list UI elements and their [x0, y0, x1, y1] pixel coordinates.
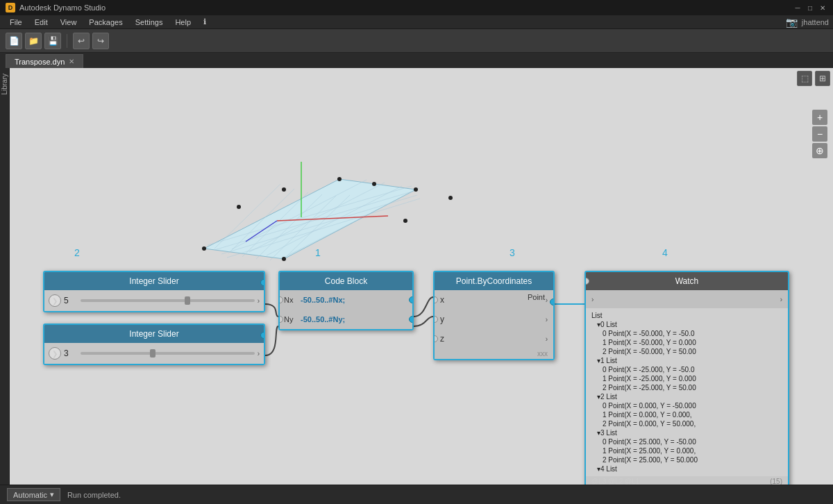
slider2-value: 3 [64, 348, 78, 358]
watch-line-8: 2 Point(X = -25.000, Y = 50.00 [591, 383, 782, 392]
node-label-4: 4 [662, 247, 668, 258]
watch-line-6: 0 Point(X = -25.000, Y = -50.0 [591, 365, 782, 374]
watch-header: Watch [586, 272, 788, 290]
slider2-down-icon[interactable]: ❯ [49, 347, 61, 360]
node-codeblock[interactable]: Code Block Nx -50..50..#Nx; Ny -50..50..… [278, 271, 414, 330]
ny-value: -50..50..#Ny; [301, 315, 345, 324]
point-row-z: z › [435, 329, 553, 348]
ny-input-port [278, 316, 283, 323]
watch-line-17: ▾4 List [591, 464, 782, 473]
run-mode-label: Automatic [13, 491, 47, 499]
app-logo: D [6, 3, 15, 12]
slider2-track[interactable] [81, 352, 255, 355]
menu-bar: File Edit View Packages Settings Help ℹ … [0, 15, 833, 29]
watch-line-15: 1 Point(X = 25.000, Y = 0.000, [591, 446, 782, 455]
point-y-label: y [440, 314, 546, 324]
save-button[interactable]: 💾 [44, 33, 61, 49]
point-x-input-port [433, 296, 438, 303]
watch-count: (15) [770, 478, 782, 485]
tab-label: Transpose.dyn [15, 58, 65, 66]
watch-line-4: 2 Point(X = -50.000, Y = 50.00 [591, 347, 782, 356]
zoom-in-button[interactable]: + [812, 110, 827, 125]
point-output-label: Point [528, 293, 545, 301]
point-y-arrow: › [546, 316, 548, 324]
point-xxx-label: xxx [435, 348, 553, 359]
window-controls[interactable]: ─ □ ✕ [793, 3, 827, 12]
menu-edit[interactable]: Edit [29, 17, 53, 28]
slider1-header: Integer Slider [44, 272, 264, 290]
node-integer-slider-1[interactable]: Integer Slider ❯ 5 › [43, 271, 265, 312]
ny-label: Ny [284, 315, 298, 324]
canvas-grid-toggle[interactable]: ⊞ [815, 71, 830, 86]
node-label-1: 1 [315, 247, 321, 258]
menu-settings[interactable]: Settings [130, 17, 169, 28]
slider1-arrow[interactable]: › [258, 297, 260, 305]
slider1-output-port [260, 279, 265, 286]
watch-line-16: 2 Point(X = 25.000, Y = 50.000 [591, 455, 782, 464]
watch-line-3: 1 Point(X = -50.000, Y = 0.000 [591, 338, 782, 347]
toolbar-separator [67, 34, 67, 48]
slider2-header: Integer Slider [44, 325, 264, 343]
node-integer-slider-2[interactable]: Integer Slider ❯ 3 › [43, 324, 265, 365]
watch-input-arrow: › [591, 296, 594, 303]
point-x-arrow: › [546, 296, 548, 304]
slider1-down-icon[interactable]: ❯ [49, 294, 61, 307]
watch-line-2: 0 Point(X = -50.000, Y = -50.0 [591, 329, 782, 338]
sidebar-library-label[interactable]: Library [0, 71, 10, 98]
point-header: Point.ByCoordinates [435, 272, 553, 290]
run-mode-selector[interactable]: Automatic ▾ [7, 488, 60, 501]
open-button[interactable]: 📁 [25, 33, 42, 49]
status-text: Run completed. [67, 491, 121, 499]
close-button[interactable]: ✕ [818, 3, 827, 12]
nx-input-port [278, 296, 283, 303]
nx-label: Nx [284, 296, 298, 304]
slider1-track[interactable] [81, 299, 255, 302]
tab-close-icon[interactable]: ✕ [69, 58, 74, 65]
undo-button[interactable]: ↩ [73, 33, 90, 49]
point-y-input-port [433, 316, 438, 323]
canvas-bg-toggle[interactable]: ⬚ [797, 71, 812, 86]
minimize-button[interactable]: ─ [793, 3, 802, 12]
watch-output-arrow: › [780, 296, 782, 303]
redo-button[interactable]: ↪ [92, 33, 109, 49]
main-area: Library [0, 68, 833, 485]
watch-footer: @L3 @L2 @L1 (15) [586, 476, 788, 485]
slider2-row[interactable]: ❯ 3 › [44, 343, 264, 364]
point-z-label: z [440, 334, 546, 344]
nx-output-port [409, 296, 414, 303]
canvas[interactable]: 2 1 3 4 Integer Slider ❯ 5 › Integer Sli… [10, 68, 833, 485]
zoom-out-button[interactable]: − [812, 126, 827, 142]
slider1-value: 5 [64, 296, 78, 305]
slider2-arrow[interactable]: › [258, 350, 260, 358]
menu-info[interactable]: ℹ [198, 16, 212, 28]
user-name: jhattend [802, 18, 829, 26]
slider1-thumb[interactable] [185, 296, 190, 305]
watch-footer-text: @L3 @L2 @L1 [591, 478, 639, 485]
menu-file[interactable]: File [4, 17, 28, 28]
node-label-2: 2 [74, 247, 80, 258]
menu-help[interactable]: Help [169, 17, 196, 28]
menu-view[interactable]: View [55, 17, 83, 28]
point-z-input-port [433, 335, 438, 342]
watch-body: List ▾0 List 0 Point(X = -50.000, Y = -5… [586, 308, 788, 476]
camera-icon: 📷 [786, 17, 798, 28]
watch-line-9: ▾2 List [591, 392, 782, 401]
menu-packages[interactable]: Packages [83, 17, 128, 28]
watch-line-12: 2 Point(X = 0.000, Y = 50.000, [591, 419, 782, 428]
tab-bar: Transpose.dyn ✕ [0, 53, 833, 68]
app-title: Autodesk Dynamo Studio [19, 3, 106, 12]
new-button[interactable]: 📄 [6, 33, 22, 49]
watch-line-1: ▾0 List [591, 320, 782, 329]
slider1-row[interactable]: ❯ 5 › [44, 290, 264, 311]
node-watch[interactable]: Watch › › List ▾0 List 0 Point(X = -50.0… [584, 271, 789, 485]
slider2-thumb[interactable] [150, 349, 155, 358]
node-point-bycoordinates[interactable]: Point.ByCoordinates x › y › z › [433, 271, 555, 360]
watch-line-7: 1 Point(X = -25.000, Y = 0.000 [591, 374, 782, 383]
maximize-button[interactable]: □ [805, 3, 815, 12]
point-z-arrow: › [546, 335, 548, 343]
slider2-output-port [260, 332, 265, 339]
point-row-y: y › [435, 310, 553, 329]
point-output-port [550, 299, 555, 305]
tab-transpose[interactable]: Transpose.dyn ✕ [6, 54, 83, 68]
zoom-fit-button[interactable]: ⊕ [812, 143, 827, 158]
